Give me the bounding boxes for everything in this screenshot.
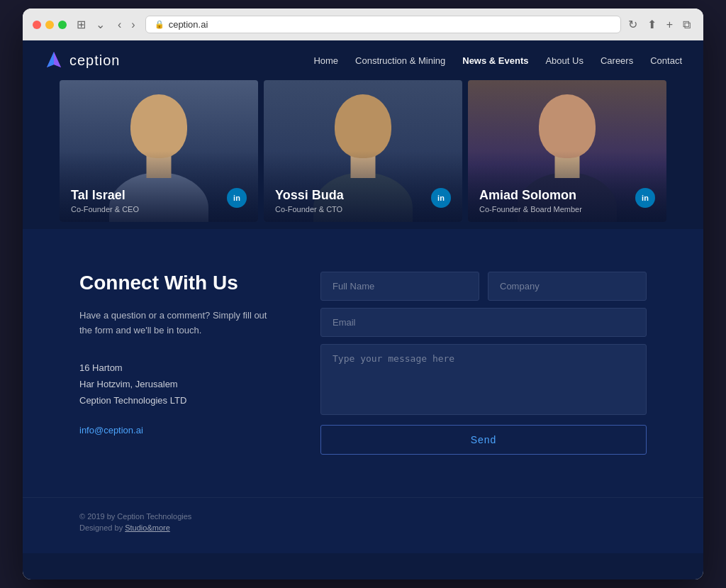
address-line1: 16 Hartom bbox=[79, 360, 278, 376]
message-textarea[interactable] bbox=[320, 344, 647, 415]
person-name-tal: Tal Israel bbox=[71, 188, 139, 203]
navbar: ception Home Construction & Mining News … bbox=[23, 40, 703, 80]
browser-window: ⊞ ⌄ ‹ › 🔒 ception.ai ↻ ⬆ + ⧉ bbox=[23, 9, 703, 579]
minimize-button[interactable] bbox=[45, 21, 54, 29]
linkedin-tal[interactable]: in bbox=[227, 188, 247, 208]
full-name-input[interactable] bbox=[320, 272, 479, 301]
traffic-lights bbox=[33, 21, 67, 29]
footer-designed-prefix: Designed by bbox=[79, 523, 125, 532]
tal-head bbox=[130, 94, 187, 158]
person-info-amiad: Amiad Solomon Co-Founder & Board Member bbox=[479, 188, 582, 213]
refresh-icon[interactable]: ↻ bbox=[628, 18, 637, 31]
address-bar[interactable]: 🔒 ception.ai bbox=[145, 16, 621, 33]
person-info-yossi: Yossi Buda Co-Founder & CTO bbox=[275, 188, 344, 213]
person-name-amiad: Amiad Solomon bbox=[479, 188, 582, 203]
address-line3: Ception Technologies LTD bbox=[79, 392, 278, 409]
nav-construction[interactable]: Construction & Mining bbox=[355, 55, 445, 66]
browser-nav: ‹ › bbox=[115, 17, 138, 33]
address-line2: Har Hotzvim, Jerusalem bbox=[79, 376, 278, 392]
amiad-head bbox=[539, 94, 596, 158]
connect-section: Connect With Us Have a question or a com… bbox=[23, 229, 703, 497]
url-text: ception.ai bbox=[169, 19, 208, 30]
logo-icon bbox=[44, 50, 64, 70]
nav-careers[interactable]: Careers bbox=[601, 55, 633, 66]
browser-chrome: ⊞ ⌄ ‹ › 🔒 ception.ai ↻ ⬆ + ⧉ bbox=[23, 9, 703, 40]
person-card-amiad: Amiad Solomon Co-Founder & Board Member … bbox=[468, 80, 666, 222]
back-button[interactable]: ‹ bbox=[115, 17, 124, 33]
connect-title: Connect With Us bbox=[79, 272, 278, 294]
share-icon[interactable]: ⬆ bbox=[644, 16, 659, 33]
person-name-yossi: Yossi Buda bbox=[275, 188, 344, 203]
lock-icon: 🔒 bbox=[155, 20, 164, 29]
connect-address: 16 Hartom Har Hotzvim, Jerusalem Ception… bbox=[79, 360, 278, 409]
site-content: ception Home Construction & Mining News … bbox=[23, 40, 703, 579]
connect-form: Send bbox=[320, 272, 647, 455]
nav-home[interactable]: Home bbox=[313, 55, 338, 66]
person-title-yossi: Co-Founder & CTO bbox=[275, 205, 344, 213]
footer-copyright: © 2019 by Ception Technologies bbox=[79, 512, 647, 521]
forward-button[interactable]: › bbox=[128, 17, 138, 33]
nav-news-events[interactable]: News & Events bbox=[462, 55, 528, 66]
send-button[interactable]: Send bbox=[320, 425, 647, 455]
nav-about[interactable]: About Us bbox=[545, 55, 583, 66]
svg-marker-2 bbox=[54, 52, 61, 67]
person-card-tal: Tal Israel Co-Founder & CEO in bbox=[60, 80, 258, 222]
linkedin-yossi[interactable]: in bbox=[431, 188, 451, 208]
linkedin-amiad[interactable]: in bbox=[635, 188, 655, 208]
hero-section: Tal Israel Co-Founder & CEO in bbox=[23, 80, 703, 229]
person-title-amiad: Co-Founder & Board Member bbox=[479, 205, 582, 213]
logo-text: ception bbox=[69, 52, 121, 69]
maximize-button[interactable] bbox=[58, 21, 67, 29]
logo[interactable]: ception bbox=[44, 50, 121, 70]
person-cards: Tal Israel Co-Founder & CEO in bbox=[23, 80, 703, 229]
nav-contact[interactable]: Contact bbox=[650, 55, 682, 66]
nav-links: Home Construction & Mining News & Events… bbox=[313, 54, 682, 67]
connect-left: Connect With Us Have a question or a com… bbox=[79, 272, 278, 455]
person-card-yossi: Yossi Buda Co-Founder & CTO in bbox=[264, 80, 462, 222]
new-tab-icon[interactable]: + bbox=[664, 17, 676, 33]
connect-email[interactable]: info@ception.ai bbox=[79, 425, 143, 436]
company-input[interactable] bbox=[488, 272, 647, 301]
form-row-name-company bbox=[320, 272, 647, 301]
footer-section: © 2019 by Ception Technologies Designed … bbox=[23, 497, 703, 553]
chevron-down-icon[interactable]: ⌄ bbox=[93, 16, 108, 33]
close-button[interactable] bbox=[33, 21, 41, 29]
tabs-icon[interactable]: ⧉ bbox=[680, 17, 693, 33]
grid-icon[interactable]: ⊞ bbox=[74, 16, 89, 33]
yossi-head bbox=[335, 94, 391, 158]
person-info-tal: Tal Israel Co-Founder & CEO bbox=[71, 188, 139, 213]
email-input[interactable] bbox=[320, 308, 647, 337]
form-row-email bbox=[320, 308, 647, 337]
browser-actions: ⬆ + ⧉ bbox=[644, 16, 693, 33]
person-title-tal: Co-Founder & CEO bbox=[71, 205, 139, 213]
svg-marker-1 bbox=[47, 52, 54, 67]
window-controls: ⊞ ⌄ bbox=[74, 16, 108, 33]
footer-designed: Designed by Studio&more bbox=[79, 523, 647, 532]
connect-description: Have a question or a comment? Simply fil… bbox=[79, 309, 278, 338]
footer-designed-link[interactable]: Studio&more bbox=[125, 523, 170, 532]
